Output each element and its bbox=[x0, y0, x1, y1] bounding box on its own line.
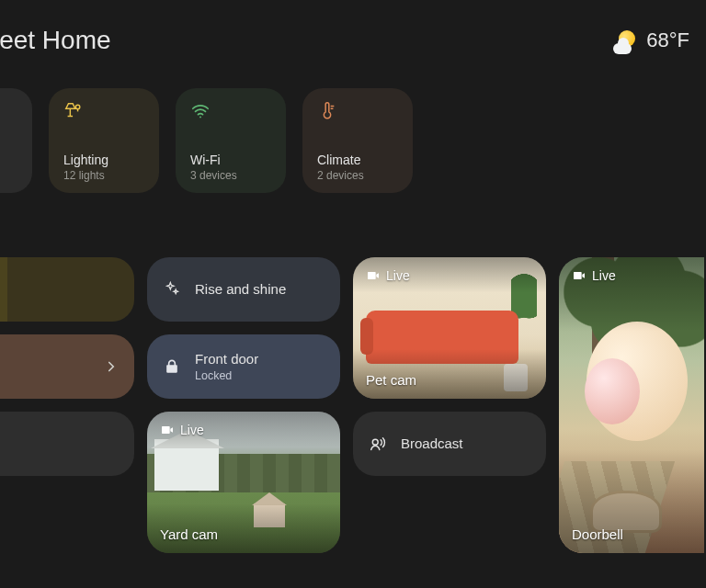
svg-point-0 bbox=[75, 105, 79, 108]
weather-chip[interactable]: 68°F bbox=[615, 28, 689, 52]
tile-front-door[interactable]: Front door Locked bbox=[147, 334, 340, 399]
weather-temp: 68°F bbox=[646, 28, 689, 52]
category-label: Climate bbox=[317, 153, 400, 167]
category-sub: 2 devices bbox=[317, 169, 400, 182]
tile-thermostat[interactable]: mostat r 65 bbox=[0, 334, 134, 399]
camera-name: Pet cam bbox=[366, 372, 416, 388]
category-tile-climate[interactable]: Climate 2 devices bbox=[302, 88, 413, 193]
home-dashboard: g Street Home 68°F Lighting 12 lights bbox=[0, 0, 706, 588]
video-icon bbox=[160, 423, 175, 437]
broadcast-icon bbox=[368, 434, 388, 454]
svg-point-1 bbox=[199, 117, 201, 119]
svg-point-2 bbox=[372, 439, 378, 445]
thermometer-icon bbox=[317, 101, 337, 121]
tile-label: Front door bbox=[195, 351, 258, 367]
tile-sub: Locked bbox=[195, 369, 258, 382]
category-label: Wi-Fi bbox=[190, 153, 273, 167]
video-icon bbox=[366, 268, 381, 283]
category-label: Lighting bbox=[63, 153, 146, 167]
weather-partly-sunny-icon bbox=[615, 28, 639, 52]
tile-doorbell-cam[interactable]: Live Doorbell bbox=[559, 257, 704, 553]
tile-rise-and-shine[interactable]: Rise and shine bbox=[147, 257, 340, 322]
camera-name: Doorbell bbox=[572, 526, 623, 542]
home-title: g Street Home bbox=[0, 26, 111, 55]
camera-name: Yard cam bbox=[160, 526, 218, 542]
sparkle-icon bbox=[162, 279, 182, 300]
category-row: Lighting 12 lights Wi-Fi 3 devices bbox=[0, 88, 413, 193]
tile-label: Broadcast bbox=[401, 435, 463, 451]
tile-home[interactable]: me bbox=[0, 412, 134, 476]
tile-kitchen-light[interactable]: en light 0% bbox=[0, 257, 134, 322]
live-badge: Live bbox=[572, 268, 616, 283]
chevron-right-icon bbox=[103, 358, 120, 375]
category-tile-lighting[interactable]: Lighting 12 lights bbox=[49, 88, 159, 193]
favorites-grid: en light 0% Rise and shine Live Pet bbox=[0, 257, 704, 553]
category-tile-blank[interactable] bbox=[0, 88, 32, 193]
live-badge: Live bbox=[366, 268, 410, 283]
wifi-icon bbox=[190, 101, 211, 121]
video-icon bbox=[572, 268, 586, 283]
lock-icon bbox=[162, 356, 182, 377]
lamp-icon bbox=[63, 101, 84, 121]
category-tile-wifi[interactable]: Wi-Fi 3 devices bbox=[176, 88, 286, 193]
tile-yard-cam[interactable]: Live Yard cam bbox=[147, 412, 340, 553]
tile-label: Rise and shine bbox=[195, 281, 286, 297]
live-badge: Live bbox=[160, 423, 204, 437]
category-sub: 12 lights bbox=[63, 169, 146, 182]
category-sub: 3 devices bbox=[190, 169, 273, 182]
tile-broadcast[interactable]: Broadcast bbox=[353, 412, 546, 476]
header: g Street Home 68°F bbox=[0, 26, 706, 55]
tile-pet-cam[interactable]: Live Pet cam bbox=[353, 257, 546, 399]
